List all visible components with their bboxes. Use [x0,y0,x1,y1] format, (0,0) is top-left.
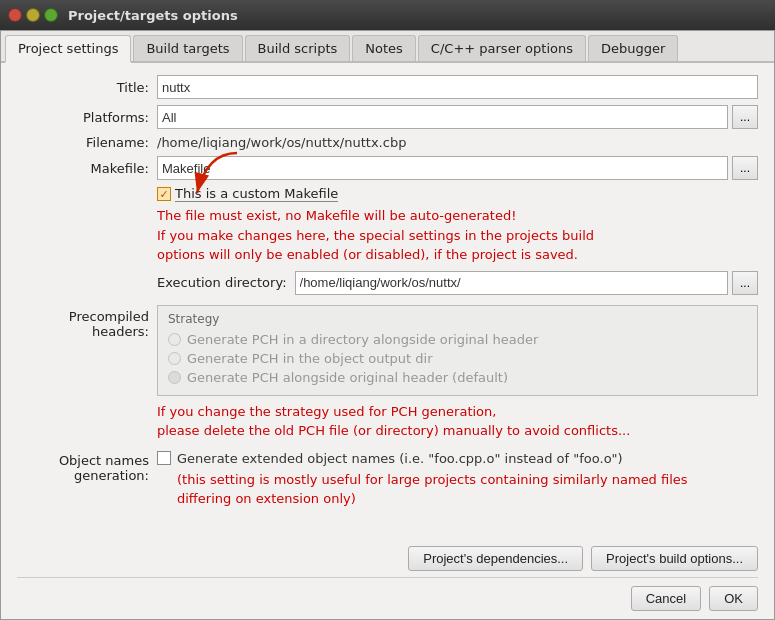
cancel-button[interactable]: Cancel [631,586,701,611]
strategy-title: Strategy [168,312,747,326]
pch-warning-line2: please delete the old PCH file (or direc… [157,421,758,441]
pch-warning-line1: If you change the strategy used for PCH … [157,402,758,422]
ok-button[interactable]: OK [709,586,758,611]
tab-build-targets[interactable]: Build targets [133,35,242,61]
makefile-input[interactable] [157,156,728,180]
filename-label: Filename: [17,135,157,150]
title-row: Title: [17,75,758,99]
tab-cpp-parser-options[interactable]: C/C++ parser options [418,35,586,61]
title-label: Title: [17,80,157,95]
footer-bottom: Cancel OK [17,577,758,611]
makefile-field: ... [157,156,758,180]
radio-row-2: Generate PCH in the object output dir [168,351,747,366]
makefile-browse-button[interactable]: ... [732,156,758,180]
exec-dir-browse-button[interactable]: ... [732,271,758,295]
title-input[interactable] [157,75,758,99]
warning-line2: If you make changes here, the special se… [157,226,758,246]
platforms-field: ... [157,105,758,129]
radio-pch-default-label: Generate PCH alongside original header (… [187,370,508,385]
window-title: Project/targets options [68,8,238,23]
filename-value: /home/liqiang/work/os/nuttx/nuttx.cbp [157,135,406,150]
exec-dir-input[interactable] [295,271,728,295]
custom-makefile-section: ✓ This is a custom Makefile The file mus… [157,186,758,295]
precompiled-label: Precompiled headers: [17,305,157,339]
close-button[interactable] [8,8,22,22]
precompiled-row: Precompiled headers: Strategy Generate P… [17,305,758,396]
radio-pch-dir[interactable] [168,333,181,346]
warning-text: The file must exist, no Makefile will be… [157,206,758,265]
dialog: Project settings Build targets Build scr… [0,30,775,620]
window-controls[interactable] [8,8,58,22]
tab-project-settings[interactable]: Project settings [5,35,131,63]
obj-checkbox-row: Generate extended object names (i.e. "fo… [157,451,758,466]
tab-bar: Project settings Build targets Build scr… [1,31,774,63]
platforms-input[interactable] [157,105,728,129]
radio-pch-object-label: Generate PCH in the object output dir [187,351,433,366]
strategy-box: Strategy Generate PCH in a directory alo… [157,305,758,396]
obj-names-checkbox[interactable] [157,451,171,465]
obj-note-line1: (this setting is mostly useful for large… [177,470,758,490]
minimize-button[interactable] [26,8,40,22]
tab-debugger[interactable]: Debugger [588,35,678,61]
radio-pch-default[interactable] [168,371,181,384]
obj-names-text: Generate extended object names (i.e. "fo… [177,451,623,466]
warning-line3: options will only be enabled (or disable… [157,245,758,265]
exec-dir-label: Execution directory: [157,275,287,290]
platforms-row: Platforms: ... [17,105,758,129]
obj-note-line2: differing on extension only) [177,489,758,509]
filename-row: Filename: /home/liqiang/work/os/nuttx/nu… [17,135,758,150]
obj-names-row: Object names generation: Generate extend… [17,451,758,509]
title-field [157,75,758,99]
platforms-label: Platforms: [17,110,157,125]
build-options-button[interactable]: Project's build options... [591,546,758,571]
makefile-label: Makefile: [17,161,157,176]
makefile-row: Makefile: ... [17,156,758,180]
custom-makefile-row: ✓ This is a custom Makefile [157,186,758,202]
radio-row-3: Generate PCH alongside original header (… [168,370,747,385]
footer: Project's dependencies... Project's buil… [1,538,774,619]
content-area: Title: Platforms: ... Filename: /home/li… [1,63,774,538]
obj-names-label: Object names generation: [17,451,157,483]
dependencies-button[interactable]: Project's dependencies... [408,546,583,571]
tab-build-scripts[interactable]: Build scripts [245,35,351,61]
custom-makefile-checkbox[interactable]: ✓ [157,187,171,201]
title-bar: Project/targets options [0,0,775,30]
platforms-browse-button[interactable]: ... [732,105,758,129]
footer-top: Project's dependencies... Project's buil… [17,546,758,571]
filename-field: /home/liqiang/work/os/nuttx/nuttx.cbp [157,135,758,150]
radio-row-1: Generate PCH in a directory alongside or… [168,332,747,347]
tab-notes[interactable]: Notes [352,35,416,61]
radio-pch-dir-label: Generate PCH in a directory alongside or… [187,332,538,347]
obj-note: (this setting is mostly useful for large… [177,470,758,509]
warning-line1: The file must exist, no Makefile will be… [157,206,758,226]
maximize-button[interactable] [44,8,58,22]
exec-dir-row: Execution directory: ... [157,271,758,295]
pch-warning: If you change the strategy used for PCH … [157,402,758,441]
obj-names-field: Generate extended object names (i.e. "fo… [157,451,758,509]
radio-pch-object[interactable] [168,352,181,365]
custom-makefile-label[interactable]: This is a custom Makefile [175,186,338,202]
